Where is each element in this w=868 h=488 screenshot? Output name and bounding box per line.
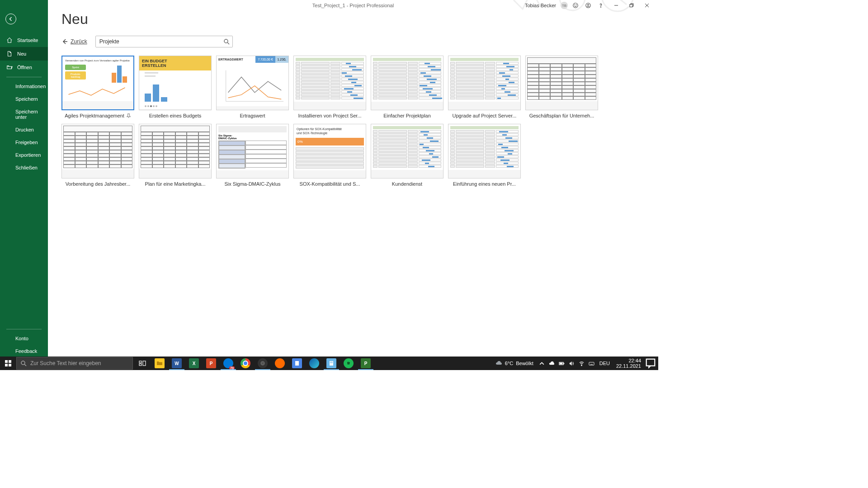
tray-wifi-icon[interactable] xyxy=(577,357,587,370)
template-card[interactable]: ERTRAGSWERT7.720,00 €1.230, Ertragswert xyxy=(216,56,289,119)
user-avatar[interactable]: TB xyxy=(561,2,568,9)
sidebar-item-label: Exportieren xyxy=(15,152,41,158)
svg-rect-39 xyxy=(646,359,655,366)
template-card[interactable]: Vorbereitung des Jahresber... xyxy=(61,124,134,188)
svg-rect-24 xyxy=(143,361,146,366)
sidebar-item-label: Informationen xyxy=(15,84,46,89)
emoji-icon[interactable] xyxy=(571,0,580,10)
taskbar-chrome[interactable] xyxy=(237,357,254,370)
template-card[interactable]: Einfacher Projektplan xyxy=(371,56,443,119)
account-icon[interactable] xyxy=(583,0,593,10)
sidebar-item-speichern-unter[interactable]: Speichern unter xyxy=(0,105,48,123)
sidebar-item-exportieren[interactable]: Exportieren xyxy=(0,149,48,161)
template-thumbnail xyxy=(293,56,366,110)
sidebar-item-neu[interactable]: Neu xyxy=(0,47,48,61)
template-card[interactable]: Einführung eines neuen Pr... xyxy=(448,124,521,188)
sidebar-item-speichern[interactable]: Speichern xyxy=(0,93,48,105)
taskbar-taskview[interactable] xyxy=(134,357,151,370)
tray-weather[interactable]: 6°C Bewölkt xyxy=(491,360,537,367)
taskbar-excel[interactable]: X xyxy=(185,357,203,370)
template-card[interactable]: Plan für eine Marketingka... xyxy=(139,124,212,188)
template-label: Einführung eines neuen Pr... xyxy=(453,181,516,187)
template-thumbnail xyxy=(371,124,443,178)
sidebar-item-konto[interactable]: Konto xyxy=(0,332,48,345)
template-card[interactable]: Installieren von Project Ser... xyxy=(293,56,366,119)
taskbar-explorer[interactable] xyxy=(151,357,168,370)
template-card[interactable]: Upgrade auf Project Server... xyxy=(448,56,521,119)
folder-open-icon xyxy=(6,64,13,70)
start-button[interactable] xyxy=(0,357,16,370)
tray-onedrive-icon[interactable] xyxy=(547,357,557,370)
user-name[interactable]: Tobias Becker xyxy=(525,3,556,8)
title-bar: Test_Project_1 - Project Professional To… xyxy=(48,0,658,11)
pin-icon[interactable] xyxy=(126,113,131,118)
sidebar-item-schliessen[interactable]: Schließen xyxy=(0,161,48,174)
sidebar-item-oeffnen[interactable]: Öffnen xyxy=(0,61,48,74)
close-button[interactable] xyxy=(639,0,655,10)
sidebar-item-startseite[interactable]: Startseite xyxy=(0,33,48,47)
search-input[interactable] xyxy=(99,38,223,45)
back-button[interactable] xyxy=(5,14,16,24)
tray-action-center[interactable] xyxy=(645,357,656,370)
template-card[interactable]: Geschäftsplan für Unterneh... xyxy=(525,56,598,119)
taskbar-edge[interactable] xyxy=(306,357,323,370)
sidebar-item-label: Konto xyxy=(15,336,28,341)
svg-point-34 xyxy=(581,365,582,365)
tray-keyboard-icon[interactable] xyxy=(587,357,597,370)
sidebar-item-feedback[interactable]: Feedback xyxy=(0,345,48,357)
arrow-left-icon xyxy=(61,38,68,45)
back-link-label: Zurück xyxy=(71,38,87,45)
tray-clock[interactable]: 22:44 22.11.2021 xyxy=(613,358,645,369)
template-card[interactable]: Six Sigma-DMAIC-Zyklus Six Sigma-DMAIC-Z… xyxy=(216,124,289,188)
taskbar-app-doc[interactable] xyxy=(288,357,306,370)
template-thumbnail xyxy=(371,56,443,110)
taskbar-edge-legacy[interactable]: 73 xyxy=(220,357,237,370)
template-label: Einfacher Projektplan xyxy=(383,113,431,118)
template-label: Ertragswert xyxy=(240,113,265,118)
tray-volume-icon[interactable] xyxy=(567,357,577,370)
tray-language[interactable]: DEU xyxy=(597,361,613,366)
svg-rect-19 xyxy=(9,364,11,366)
taskbar-tray: 6°C Bewölkt DEU 22:44 22.11.2021 xyxy=(490,357,658,370)
svg-line-21 xyxy=(24,364,26,366)
template-card[interactable]: EIN BUDGETERSTELLEN━━━━━━━━━━━━━━━━━━ Er… xyxy=(139,56,212,119)
template-label: Vorbereitung des Jahresber... xyxy=(66,181,131,187)
back-link[interactable]: Zurück xyxy=(61,38,87,45)
template-card[interactable]: Verwenden von Project zum Verwalten agil… xyxy=(61,56,134,119)
sidebar-item-label: Speichern unter xyxy=(15,109,42,120)
document-icon xyxy=(6,51,13,57)
tray-chevron-up-icon[interactable] xyxy=(537,357,547,370)
template-thumbnail: Verwenden von Project zum Verwalten agil… xyxy=(61,56,134,110)
taskbar-search[interactable]: Zur Suche Text hier eingeben xyxy=(16,357,133,370)
search-box[interactable] xyxy=(95,36,233,47)
template-card[interactable]: Optionen für SOX-Kompatibilitätund SOX-T… xyxy=(293,124,366,188)
svg-rect-9 xyxy=(630,5,632,7)
template-label: Erstellen eines Budgets xyxy=(149,113,202,118)
minimize-button[interactable] xyxy=(609,0,624,10)
svg-rect-16 xyxy=(5,360,8,363)
taskbar-app-orange[interactable] xyxy=(271,357,288,370)
taskbar-spotify[interactable] xyxy=(340,357,357,370)
taskbar-notepad[interactable] xyxy=(323,357,340,370)
sidebar-item-drucken[interactable]: Drucken xyxy=(0,123,48,136)
sidebar-item-informationen[interactable]: Informationen xyxy=(0,80,48,93)
svg-point-7 xyxy=(600,7,601,7)
template-card[interactable]: Kundendienst xyxy=(371,124,443,188)
svg-point-12 xyxy=(224,39,228,43)
help-icon[interactable] xyxy=(596,0,606,10)
taskbar-word[interactable]: W xyxy=(168,357,185,370)
tray-battery-icon[interactable] xyxy=(557,357,567,370)
taskbar-obs[interactable] xyxy=(254,357,271,370)
template-thumbnail: Optionen für SOX-Kompatibilitätund SOX-T… xyxy=(293,124,366,178)
main-content: Neu Zurück Verwenden von Project zum Ver… xyxy=(48,0,658,370)
taskbar-powerpoint[interactable]: P xyxy=(203,357,220,370)
search-icon[interactable] xyxy=(223,38,230,45)
svg-rect-18 xyxy=(5,364,8,366)
tray-time: 22:44 xyxy=(616,358,641,363)
template-thumbnail: ERTRAGSWERT7.720,00 €1.230, xyxy=(216,56,289,110)
taskbar-project[interactable]: P xyxy=(357,357,374,370)
maximize-button[interactable] xyxy=(624,0,639,10)
sidebar-item-label: Schließen xyxy=(15,165,38,170)
template-label: SOX-Kompatibilität und S... xyxy=(300,181,360,187)
sidebar-item-freigeben[interactable]: Freigeben xyxy=(0,136,48,149)
